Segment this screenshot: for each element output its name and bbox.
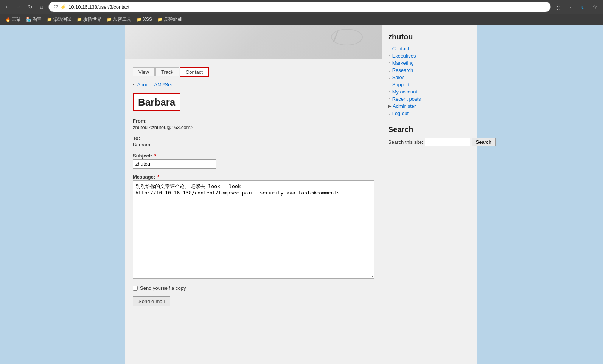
bookmark-xss[interactable]: 📁 XSS [134, 16, 154, 23]
reload-button[interactable]: ↻ [26, 2, 35, 11]
nav-link-marketing[interactable]: Marketing [392, 60, 414, 66]
subject-input[interactable] [133, 159, 216, 169]
tab-contact[interactable]: Contact [180, 67, 209, 77]
send-copy-row: Send yourself a copy. [133, 285, 374, 291]
nav-item-recentposts: ○ Recent posts [388, 96, 471, 102]
folder-icon-4: 📁 [137, 17, 142, 22]
nav-bullet-marketing: ○ [388, 61, 391, 65]
nav-item-marketing: ○ Marketing [388, 60, 471, 66]
nav-link-administer[interactable]: Administer [393, 103, 416, 109]
about-link-row: • About LAMPSec [133, 82, 374, 87]
bookmark-pentest[interactable]: 📁 渗透测试 [45, 16, 74, 23]
forward-button[interactable]: → [14, 2, 23, 11]
search-row: Search this site: Search [388, 138, 471, 146]
sidebar-user-title: zhutou [388, 33, 471, 41]
send-copy-checkbox[interactable] [133, 286, 138, 291]
url-text: 10.10.16.138/user/3/contact [68, 4, 546, 10]
nav-bullet-logout: ○ [388, 111, 391, 116]
about-bullet: • [133, 82, 135, 87]
browser-actions: ⣿ ··· ε ☆ [553, 2, 600, 12]
sidebar-nav-list: ○ Contact ○ Executives ○ Marketing ○ Res… [388, 46, 471, 116]
tabs-row: View Track Contact [133, 67, 374, 77]
to-value: Barbara [133, 142, 374, 148]
browser-chrome: ← → ↻ ⌂ 🛡 ⚡ 10.10.16.138/user/3/contact … [0, 0, 603, 25]
nav-link-contact[interactable]: Contact [392, 46, 409, 51]
bookmark-taobao[interactable]: 🏪 淘宝 [24, 16, 44, 23]
right-sidebar: zhutou ○ Contact ○ Executives ○ Marketin… [382, 25, 477, 364]
nav-bullet-recentposts: ○ [388, 97, 391, 101]
to-row: To: Barbara [133, 135, 374, 148]
send-btn-row: Send e-mail [133, 296, 374, 306]
folder-icon-3: 📁 [107, 17, 112, 22]
content-container: View Track Contact • About LAMPSec Barba… [125, 59, 382, 314]
nav-bullet-contact: ○ [388, 47, 391, 51]
nav-link-myaccount[interactable]: My account [392, 89, 417, 95]
message-textarea[interactable]: 刚刚给你的文章评个论, 赶紧去 look — look http://10.10… [133, 180, 374, 279]
main-content-area: View Track Contact • About LAMPSec Barba… [125, 25, 382, 364]
message-row: Message: * 刚刚给你的文章评个论, 赶紧去 look — look h… [133, 174, 374, 280]
send-copy-label: Send yourself a copy. [140, 285, 187, 291]
nav-bullet-research: ○ [388, 68, 391, 73]
tab-track[interactable]: Track [155, 67, 179, 76]
security-icon: 🛡 [53, 4, 58, 9]
more-button[interactable]: ··· [565, 2, 576, 12]
taobao-icon: 🏪 [26, 17, 31, 22]
nav-item-logout: ○ Log out [388, 110, 471, 116]
search-input[interactable] [425, 138, 470, 146]
subject-required-star: * [154, 153, 156, 159]
grid-button[interactable]: ⣿ [553, 2, 564, 12]
bookmark-tianmao[interactable]: 🔥 天猫 [3, 16, 23, 23]
message-label: Message: * [133, 174, 374, 180]
dev-tools-icon: ⚡ [60, 4, 66, 10]
address-bar[interactable]: 🛡 ⚡ 10.10.16.138/user/3/contact [48, 2, 551, 12]
folder-icon-1: 📁 [47, 17, 52, 22]
from-value: zhutou <zhutou@163.com> [133, 124, 374, 130]
nav-link-sales[interactable]: Sales [392, 75, 405, 80]
page-banner [125, 25, 382, 59]
nav-arrow-administer: ▶ [388, 104, 391, 109]
message-required-star: * [157, 174, 159, 180]
user-heading: Barbara [133, 93, 180, 111]
nav-item-support: ○ Support [388, 82, 471, 87]
from-label: From: [133, 118, 374, 124]
star-button[interactable]: ☆ [589, 2, 600, 12]
page-wrapper: View Track Contact • About LAMPSec Barba… [0, 25, 603, 364]
to-label: To: [133, 135, 374, 141]
search-site-label: Search this site: [388, 139, 423, 145]
from-row: From: zhutou <zhutou@163.com> [133, 118, 374, 130]
nav-bullet-executives: ○ [388, 54, 391, 58]
tab-view[interactable]: View [133, 67, 155, 76]
nav-item-myaccount: ○ My account [388, 89, 471, 95]
folder-icon-2: 📁 [77, 17, 82, 22]
send-email-button[interactable]: Send e-mail [133, 296, 170, 306]
nav-link-support[interactable]: Support [392, 82, 410, 87]
nav-link-logout[interactable]: Log out [392, 110, 409, 116]
search-button[interactable]: Search [472, 138, 496, 146]
nav-link-recentposts[interactable]: Recent posts [392, 96, 421, 102]
nav-item-executives: ○ Executives [388, 53, 471, 59]
folder-icon-5: 📁 [157, 17, 163, 22]
bookmark-shell[interactable]: 📁 反弹shell [155, 16, 185, 23]
bookmark-crypto[interactable]: 📁 加密工具 [104, 16, 134, 23]
map-decoration [333, 31, 338, 42]
search-section-title: Search [388, 125, 471, 134]
nav-item-contact: ○ Contact [388, 46, 471, 51]
back-button[interactable]: ← [3, 2, 12, 11]
browser-titlebar: ← → ↻ ⌂ 🛡 ⚡ 10.10.16.138/user/3/contact … [0, 0, 603, 14]
bookmark-ctf[interactable]: 📁 攻防世界 [75, 16, 104, 23]
home-button[interactable]: ⌂ [37, 2, 46, 11]
nav-item-administer: ▶ Administer [388, 103, 471, 109]
about-link[interactable]: About LAMPSec [137, 82, 173, 87]
subject-label: Subject: * [133, 153, 374, 159]
nav-bullet-myaccount: ○ [388, 90, 391, 94]
left-sidebar [0, 25, 125, 364]
nav-link-research[interactable]: Research [392, 67, 413, 73]
tianmao-icon: 🔥 [5, 17, 11, 22]
nav-link-executives[interactable]: Executives [392, 53, 416, 59]
ms-edge-icon[interactable]: ε [577, 2, 588, 12]
nav-item-sales: ○ Sales [388, 75, 471, 80]
bookmarks-bar: 🔥 天猫 🏪 淘宝 📁 渗透测试 📁 攻防世界 📁 加密工具 📁 XSS 📁 反… [0, 14, 603, 25]
nav-item-research: ○ Research [388, 67, 471, 73]
subject-row: Subject: * [133, 153, 374, 169]
nav-bullet-support: ○ [388, 82, 391, 87]
